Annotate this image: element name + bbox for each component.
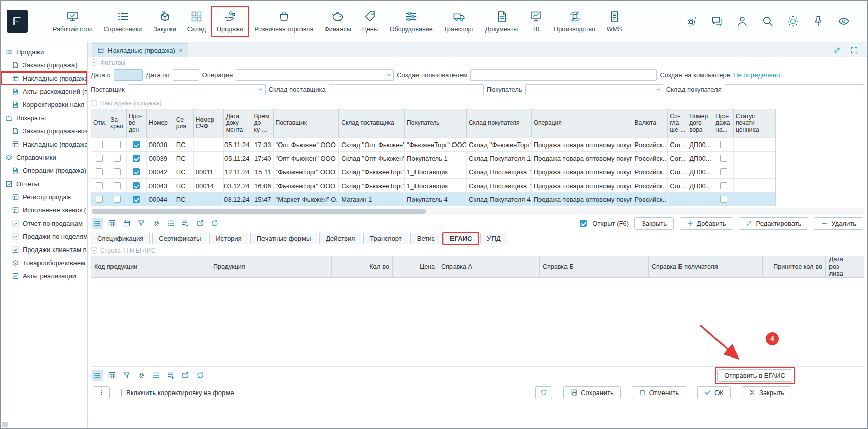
column-header-supplier-warehouse[interactable]: Склад поставщика <box>339 109 405 137</box>
column-header-sale-on[interactable]: Про- дажа на... <box>713 109 734 137</box>
ok-button[interactable]: ОК <box>697 386 731 399</box>
menu-item-production[interactable]: Производство <box>549 7 600 36</box>
mark-checkbox[interactable] <box>96 182 103 189</box>
sale-on-checkbox[interactable] <box>720 155 727 162</box>
calendar-icon[interactable] <box>121 218 132 229</box>
user-icon[interactable] <box>736 15 749 28</box>
open-window-icon[interactable] <box>180 370 191 381</box>
theme-icon[interactable] <box>786 15 800 28</box>
refresh-button[interactable] <box>535 386 552 399</box>
tab-transport[interactable]: Транспорт <box>363 233 408 244</box>
app-logo[interactable] <box>7 10 28 33</box>
mark-checkbox[interactable] <box>96 196 103 203</box>
closed-checkbox[interactable] <box>114 155 121 162</box>
column-header-spravka-b-receiver[interactable]: Справка Б получателя <box>649 256 763 277</box>
table-view-icon[interactable] <box>106 218 118 229</box>
eye-icon[interactable] <box>837 15 850 28</box>
posted-checkbox[interactable] <box>133 141 140 148</box>
column-header-operation[interactable]: Операция <box>532 109 633 137</box>
tab-certificates[interactable]: Сертификаты <box>152 233 207 244</box>
column-header-buyer-warehouse[interactable]: Склад покупателя <box>467 109 532 137</box>
operation-input[interactable] <box>236 69 394 81</box>
supplier-warehouse-input[interactable] <box>329 84 484 95</box>
filters-section-header[interactable]: − Фильтры <box>91 58 864 67</box>
refresh-icon[interactable] <box>209 218 220 229</box>
posted-checkbox[interactable] <box>133 196 140 203</box>
delete-button[interactable]: Удалить <box>814 217 863 230</box>
column-header-spravka-b[interactable]: Справка Б <box>540 256 649 277</box>
mark-checkbox[interactable] <box>96 141 103 148</box>
menu-item-documents[interactable]: Документы <box>481 7 522 36</box>
table-row[interactable]: 00042 ПС 00011 12.11.24 15:11 "ФьюженТор… <box>91 165 775 178</box>
chat-icon[interactable] <box>710 15 724 28</box>
pin-icon[interactable] <box>812 15 825 28</box>
tab-nakladnye-prodazha[interactable]: Накладные (продажа) × <box>92 43 188 57</box>
column-header-currency[interactable]: Валюта <box>632 109 668 137</box>
sidebar-item-korrektirovki[interactable]: Корректировки накл <box>1 98 87 111</box>
column-header-schf[interactable]: Номер СЧФ <box>194 109 224 137</box>
menu-item-wms[interactable]: WMS <box>602 7 627 36</box>
table-row-selected[interactable]: 00044 ПС 03.12.24 15:47 "Маркет Фьюжен" … <box>91 192 775 206</box>
sidebar-item-otchety[interactable]: Отчеты <box>1 177 87 190</box>
column-header-supplier[interactable]: Поставщик <box>274 109 339 137</box>
cancel-button[interactable]: Отменить <box>632 386 686 399</box>
column-header-time[interactable]: Врем до- ку-... <box>252 109 274 137</box>
column-header-spravka-a[interactable]: Справка А <box>438 256 540 277</box>
sidebar-item-zakazy-prodazha[interactable]: Заказы (продажа) <box>1 58 87 72</box>
tab-upd[interactable]: УПД <box>480 233 507 244</box>
column-header-price[interactable]: Цена <box>393 256 438 277</box>
column-header-otm[interactable]: Отм. <box>91 109 108 137</box>
collapse-icon[interactable]: − <box>91 59 97 66</box>
tab-close-icon[interactable]: × <box>179 47 183 54</box>
tab-specification[interactable]: Спецификация <box>91 233 150 244</box>
supplier-dropdown[interactable] <box>128 84 266 95</box>
column-header-product-code[interactable]: Код продукции <box>91 256 210 277</box>
date-from-input[interactable] <box>114 69 143 81</box>
close-list-button[interactable]: Закрыть <box>634 217 674 230</box>
tab-print-forms[interactable]: Печатные формы <box>250 233 318 244</box>
mark-checkbox[interactable] <box>96 155 103 162</box>
posted-checkbox[interactable] <box>133 168 140 175</box>
column-header-contract[interactable]: Номер дого- вора <box>687 109 713 137</box>
menu-item-prices[interactable]: Цены <box>358 7 383 36</box>
mark-checkbox[interactable] <box>96 168 103 175</box>
sale-on-checkbox[interactable] <box>720 196 727 203</box>
settings-gear-icon[interactable] <box>685 15 698 28</box>
menu-item-finance[interactable]: Финансы <box>320 7 355 36</box>
menu-item-desktop[interactable]: Рабочий стол <box>48 7 97 36</box>
tab-history[interactable]: История <box>209 233 248 244</box>
posted-checkbox[interactable] <box>133 155 140 162</box>
settings-icon[interactable] <box>150 218 162 229</box>
sidebar-item-ispolnenie-zayavok[interactable]: Исполнение заявок ( <box>1 203 87 217</box>
menu-item-retail[interactable]: Розничная торговля <box>250 7 318 36</box>
sidebar-item-operacii-prodazha[interactable]: Операции (продажа) <box>1 164 87 177</box>
correction-checkbox[interactable] <box>115 389 122 396</box>
sidebar-item-prodazhi-po-nedelyam[interactable]: Продажи по неделям <box>1 230 87 243</box>
supplier-input[interactable] <box>128 84 266 95</box>
closed-checkbox[interactable] <box>114 168 121 175</box>
filter-icon[interactable] <box>121 370 132 381</box>
numbered-list-icon[interactable] <box>150 370 162 381</box>
sale-on-checkbox[interactable] <box>720 182 727 189</box>
sale-on-checkbox[interactable] <box>720 141 727 148</box>
menu-item-purchases[interactable]: Закупки <box>148 7 181 36</box>
add-row-icon[interactable] <box>165 370 176 381</box>
menu-item-warehouse[interactable]: Склад <box>183 7 210 36</box>
column-header-product[interactable]: Продукция <box>210 256 332 277</box>
tab-actions[interactable]: Действия <box>319 233 361 244</box>
buyer-dropdown[interactable] <box>525 84 663 95</box>
table-row[interactable]: 00039 ПС 05.11.24 17:40 "Опт Фьюжен" ООО… <box>91 151 775 165</box>
column-header-print-status[interactable]: Статус печати ценника <box>734 109 775 137</box>
collapse-icon[interactable]: − <box>91 100 97 106</box>
closed-checkbox[interactable] <box>114 141 121 148</box>
menu-item-equipment[interactable]: Оборудование <box>385 7 437 36</box>
sidebar-item-tovarooborachivaemost[interactable]: Товарооборачиваем <box>1 256 87 269</box>
created-by-input[interactable] <box>470 69 657 81</box>
sidebar-item-spravochniki[interactable]: Справочники <box>1 151 87 164</box>
closed-checkbox[interactable] <box>114 182 121 189</box>
settings-icon[interactable] <box>136 370 147 381</box>
egais-section-header[interactable]: − Строка ТТН ЕГАИС <box>91 245 864 255</box>
close-button[interactable]: Закрыть <box>742 386 791 399</box>
scrollbar-thumb[interactable] <box>92 209 426 214</box>
numbered-list-icon[interactable] <box>165 218 176 229</box>
